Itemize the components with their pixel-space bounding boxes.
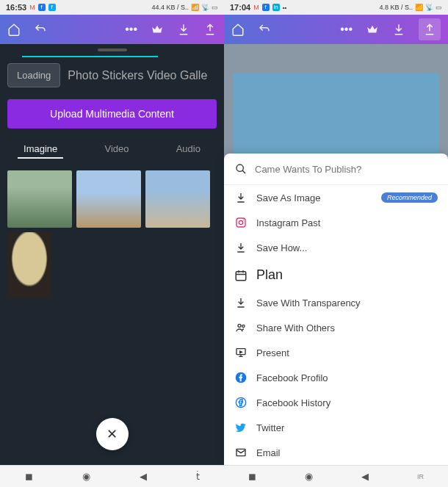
share-label: Email [256, 447, 281, 458]
app-toolbar: ••• [224, 15, 448, 44]
email-icon [234, 446, 248, 459]
share-label: Twitter [256, 422, 284, 433]
search-icon [234, 162, 248, 176]
close-fab[interactable]: ✕ [96, 418, 129, 450]
svg-point-2 [239, 220, 242, 224]
gmail-icon: M [253, 4, 259, 11]
thumbnail[interactable] [76, 170, 141, 228]
share-label: Facebook Profilo [256, 372, 328, 383]
search-input[interactable] [255, 164, 438, 175]
status-bar: 17:04 M f in •• 4.8 KB / S.. 📶 📡 ▭ [224, 0, 448, 15]
messenger-icon: f [48, 4, 56, 11]
crown-icon[interactable] [151, 23, 164, 36]
more-icon[interactable]: ••• [125, 23, 137, 36]
svg-point-6 [242, 325, 245, 327]
wifi-icon: 📡 [425, 4, 433, 11]
status-time: 17:04 [230, 3, 250, 12]
status-bar: 16:53 M f f 44.4 KB / S.. 📶 📡 ▭ [0, 0, 224, 15]
thumbnail[interactable] [145, 170, 210, 228]
status-time: 16:53 [6, 3, 26, 12]
tab-audio[interactable]: Audio [170, 140, 206, 159]
people-icon [234, 321, 248, 334]
loading-chip[interactable]: Loading [7, 63, 60, 87]
save-as-image[interactable]: Save As Image Recommended [224, 185, 448, 210]
drag-handle[interactable] [98, 48, 127, 51]
app-toolbar: ••• [0, 15, 224, 44]
recommended-badge: Recommended [381, 192, 438, 203]
thumbnail-grid [0, 165, 224, 304]
svg-rect-1 [236, 218, 245, 227]
app-icon: in [272, 4, 280, 11]
tab-image[interactable]: Imagine [18, 140, 63, 159]
download-icon[interactable] [177, 23, 190, 36]
signal-icon: 📶 [415, 4, 423, 11]
share-label: Instagram Past [256, 217, 320, 228]
nav-home-icon[interactable]: ◉ [82, 471, 90, 482]
share-label: Save How... [256, 242, 307, 253]
search-row [224, 154, 448, 185]
home-icon[interactable] [231, 23, 245, 36]
facebook-icon: f [262, 4, 270, 11]
nav-back-icon[interactable]: ◀ [140, 471, 147, 482]
gmail-icon: M [29, 4, 35, 11]
thumbnail[interactable] [7, 232, 51, 298]
battery-icon: ▭ [436, 4, 442, 11]
media-tabs: Imagine Video Audio [0, 134, 224, 165]
calendar-icon [234, 269, 248, 282]
nav-accessibility-icon[interactable]: ṫ [196, 471, 200, 482]
save-how-option[interactable]: Save How... [224, 235, 448, 260]
close-icon: ✕ [106, 426, 118, 442]
download-icon [234, 296, 248, 309]
facebook-icon: f [38, 4, 46, 11]
share-sheet: Save As Image Recommended Instagram Past… [224, 154, 448, 465]
nav-bar: ◼ ◉ ◀ IR [224, 465, 448, 487]
wifi-icon: 📡 [201, 4, 209, 11]
nav-bar: ◼ ◉ ◀ ṫ [0, 465, 224, 487]
phone-left: 16:53 M f f 44.4 KB / S.. 📶 📡 ▭ ••• [0, 0, 224, 487]
download-icon [234, 191, 248, 204]
svg-point-3 [243, 220, 244, 220]
phone-right: 17:04 M f in •• 4.8 KB / S.. 📶 📡 ▭ ••• [224, 0, 448, 487]
present-icon [234, 346, 248, 359]
facebook-profile-option[interactable]: Facebook Profilo [224, 365, 448, 390]
undo-icon[interactable] [258, 23, 271, 36]
share-others-option[interactable]: Share With Others [224, 315, 448, 340]
download-icon [234, 241, 248, 254]
facebook-icon [234, 396, 248, 409]
upload-button[interactable]: Upload Multimedia Content [7, 99, 217, 129]
share-label: Plan [256, 267, 283, 283]
undo-icon[interactable] [34, 23, 47, 36]
save-transparency-option[interactable]: Save With Transparency [224, 290, 448, 315]
home-icon[interactable] [7, 23, 21, 36]
thumbnail[interactable] [7, 170, 72, 228]
facebook-history-option[interactable]: Facebook History [224, 390, 448, 415]
more-icon[interactable]: ••• [340, 23, 353, 36]
facebook-icon [234, 371, 248, 384]
signal-icon: 📶 [191, 4, 199, 11]
nav-back-icon[interactable]: ◀ [361, 471, 369, 482]
instagram-option[interactable]: Instagram Past [224, 210, 448, 235]
nav-recent-icon[interactable]: ◼ [25, 471, 33, 482]
crown-icon[interactable] [366, 23, 379, 36]
tab-video[interactable]: Video [98, 140, 134, 159]
category-row: Loading Photo Stickers Video Galle [0, 57, 224, 93]
export-icon[interactable] [419, 18, 441, 40]
share-label: Save With Transparency [256, 297, 361, 309]
share-label: Save As Image [256, 192, 320, 203]
share-label: Facebook History [256, 397, 330, 408]
share-label: Share With Others [256, 322, 335, 333]
export-icon[interactable] [203, 23, 217, 36]
download-icon[interactable] [392, 23, 405, 36]
category-text[interactable]: Photo Stickers Video Galle [68, 69, 207, 82]
plan-option[interactable]: Plan [224, 260, 448, 290]
nav-ir-label[interactable]: IR [417, 473, 424, 480]
net-speed: 4.8 KB / S.. [379, 4, 413, 11]
email-option[interactable]: Email [224, 440, 448, 465]
dots-icon: •• [283, 4, 287, 11]
nav-recent-icon[interactable]: ◼ [248, 471, 256, 482]
twitter-option[interactable]: Twitter [224, 415, 448, 440]
svg-point-5 [238, 324, 241, 327]
present-option[interactable]: Present [224, 340, 448, 365]
nav-home-icon[interactable]: ◉ [305, 471, 313, 482]
net-speed: 44.4 KB / S.. [151, 4, 189, 11]
